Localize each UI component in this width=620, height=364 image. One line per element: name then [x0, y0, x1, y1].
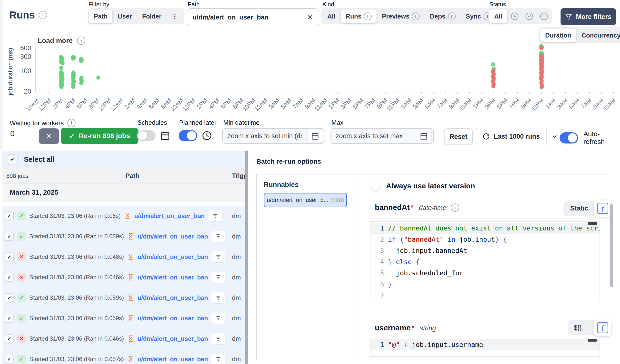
table-row[interactable]: ✓✓Started 31/03, 23:06 (Ran in 0.059s)u/… — [2, 226, 245, 247]
chart-point-success[interactable] — [491, 62, 495, 66]
row-path-link[interactable]: u/dm/alert_on_user_ban — [138, 294, 208, 301]
code-token: ) { — [495, 234, 507, 245]
planned-later-toggle[interactable] — [179, 130, 197, 141]
kind-tab-all[interactable]: All — [323, 10, 340, 23]
last-runs-button[interactable]: Last 1000 runs — [476, 128, 546, 145]
chart-point-success[interactable] — [79, 59, 83, 63]
table-row[interactable]: ✓✕Started 31/03, 23:06 (Ran in 0.046s)u/… — [2, 329, 245, 349]
clear-path-icon[interactable]: ✕ — [306, 13, 314, 21]
chart-point-success[interactable] — [79, 81, 83, 85]
bannedat-code-editor[interactable]: 1// bannedAt does not exist on all versi… — [370, 221, 600, 302]
row-path-link[interactable]: u/dm/alert_on_user_ban — [138, 335, 208, 342]
status-tab-all[interactable]: All — [489, 10, 507, 23]
chart-point-failure[interactable] — [539, 46, 543, 50]
table-row[interactable]: ✓✓Started 31/03, 23:06 (Ran in 0.059s)u/… — [2, 288, 245, 308]
max-datetime-input[interactable]: zoom x axis to set max — [330, 128, 434, 144]
panel-splitter[interactable] — [245, 151, 248, 364]
row-filter-button[interactable] — [211, 353, 225, 364]
status-failure-icon[interactable] — [537, 10, 551, 23]
row-checkbox[interactable]: ✓ — [5, 252, 14, 261]
filter-tab-user[interactable]: User — [113, 10, 137, 23]
status-success-icon[interactable] — [522, 10, 536, 23]
x-axis-tickmark — [457, 92, 458, 94]
info-icon[interactable]: i — [451, 203, 459, 212]
info-icon[interactable]: i — [77, 37, 85, 45]
editor-scrollbar-track[interactable] — [589, 222, 589, 301]
table-row[interactable]: ✓✓Started 31/03, 23:06 (Ran in 0.059s)u/… — [2, 308, 245, 329]
path-input[interactable]: u/dm/alert_on_user_ban ✕ — [187, 8, 319, 26]
row-path-link[interactable]: u/dm/alert_on_user_ban — [138, 356, 208, 363]
x-axis-tickmark — [301, 92, 301, 94]
chart-point-success[interactable] — [71, 85, 75, 89]
runnable-chip[interactable]: u/dm/alert_on_user_b... (898) — [264, 193, 347, 207]
select-all-checkbox[interactable]: ✓ — [8, 154, 17, 164]
row-path-link[interactable]: u/dm/alert_on_user_ban — [138, 253, 208, 260]
status-running-icon[interactable] — [508, 10, 522, 23]
row-checkbox[interactable]: ✓ — [5, 273, 14, 282]
table-row[interactable]: ✓✕Started 31/03, 23:06 (Ran in 0.046s)u/… — [2, 267, 245, 288]
row-path-link[interactable]: u/dm/alert_on_user_ban — [138, 233, 208, 240]
max-datetime-calendar-button[interactable] — [416, 129, 432, 143]
chart-point-success[interactable] — [59, 66, 63, 70]
row-checkbox[interactable]: ✓ — [5, 334, 14, 343]
info-icon[interactable]: i — [67, 119, 76, 127]
table-row[interactable]: ✓✓Started 31/03, 23:06 (Ran in 0.06s)u/d… — [2, 206, 245, 226]
chart-point-success[interactable] — [61, 61, 64, 65]
row-filter-button[interactable] — [211, 231, 225, 242]
load-more-button[interactable]: Load more i — [38, 37, 85, 45]
reset-button[interactable]: Reset — [444, 128, 473, 145]
row-path-link[interactable]: u/dm/alert_on_user_ban — [138, 274, 208, 281]
info-icon[interactable]: i — [39, 11, 47, 19]
auto-refresh-toggle[interactable] — [559, 132, 578, 143]
chart-point-failure[interactable] — [540, 85, 544, 89]
row-path-link[interactable]: u/dm/alert_on_user_ban — [134, 212, 205, 220]
x-axis-tickmark — [109, 92, 109, 94]
row-path-link[interactable]: u/dm/alert_on_user_ban — [138, 315, 208, 322]
row-filter-button[interactable] — [211, 313, 225, 324]
min-datetime-input[interactable]: zoom x axis to set min (dr — [222, 128, 325, 144]
info-icon[interactable]: i — [412, 13, 420, 20]
row-checkbox[interactable]: ✓ — [5, 293, 14, 302]
row-filter-button[interactable] — [211, 333, 225, 344]
chart-tab-duration[interactable]: Duration — [540, 29, 576, 42]
table-row[interactable]: ✓✓Started 31/03, 23:06 (Ran in 0.057s)u/… — [2, 349, 245, 364]
success-badge: ✓ — [17, 293, 26, 302]
row-filter-button[interactable] — [211, 272, 225, 283]
filter-tab-path[interactable]: Path — [89, 10, 112, 23]
chart-tab-concurrency-label: Concurrency — [581, 32, 620, 39]
row-checkbox[interactable]: ✓ — [5, 212, 14, 220]
info-icon[interactable]: i — [448, 13, 456, 20]
code-token: job.scheduled_for — [388, 268, 463, 279]
chart-point-success[interactable] — [96, 76, 100, 80]
info-icon[interactable]: i — [364, 13, 372, 20]
row-filter-button[interactable] — [208, 210, 222, 221]
chart-point-success[interactable] — [60, 82, 64, 87]
filter-tab-folder[interactable]: Folder — [137, 10, 166, 23]
x-axis-tickmark — [121, 92, 121, 94]
row-trigger: dm — [232, 335, 241, 343]
chart-point-success[interactable] — [71, 57, 75, 61]
kind-tab-runs[interactable]: Runsi — [341, 10, 376, 23]
rerun-jobs-button[interactable]: ✓ Re-run 898 jobs — [61, 128, 139, 144]
panel-scrollbar-thumb[interactable] — [610, 204, 613, 287]
row-filter-button[interactable] — [211, 292, 225, 303]
row-checkbox[interactable]: ✓ — [5, 355, 14, 364]
kind-tab-previews[interactable]: Previewsi — [377, 10, 425, 23]
javascript-mode-button[interactable]: f — [594, 319, 611, 336]
table-row[interactable]: ✓✕Started 31/03, 23:06 (Ran in 0.048s)u/… — [2, 247, 245, 267]
schedules-toggle[interactable] — [137, 130, 155, 141]
cancel-selection-button[interactable]: ✕ — [39, 128, 59, 144]
more-filters-button[interactable]: More filters — [560, 8, 616, 25]
min-datetime-calendar-button[interactable] — [307, 129, 323, 143]
chart-point-failure[interactable] — [491, 84, 496, 88]
javascript-mode-button[interactable]: f — [594, 200, 611, 217]
chart-tab-concurrency[interactable]: Concurrency — [577, 29, 620, 42]
field-type: string — [420, 325, 436, 332]
batch-rerun-title: Batch re-run options — [256, 158, 321, 166]
row-filter-button[interactable] — [211, 251, 225, 262]
row-checkbox[interactable]: ✓ — [5, 232, 14, 241]
username-code-editor[interactable]: 1"@" + job.input.username — [370, 338, 600, 357]
filter-by-menu-icon[interactable]: ⋮ — [167, 10, 183, 23]
row-checkbox[interactable]: ✓ — [5, 314, 14, 323]
kind-tab-deps[interactable]: Depsi — [425, 10, 461, 23]
